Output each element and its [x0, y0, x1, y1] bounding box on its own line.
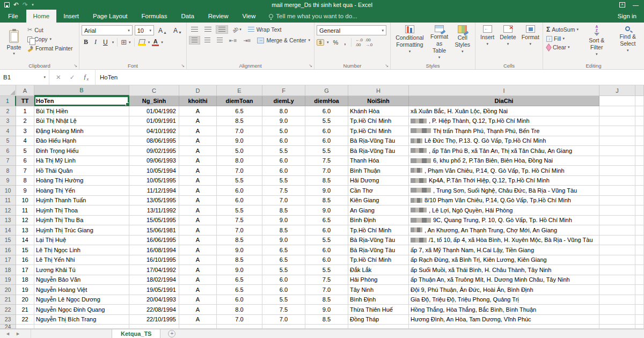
cell[interactable]: , Phạm Văn Chiêu, P.14, Q. Gò Vấp, Tp. H…	[409, 166, 599, 176]
cell[interactable]: Nguyễn Hoàng Việt	[34, 285, 129, 295]
column-header-G[interactable]: G	[305, 85, 348, 96]
cell[interactable]: A	[179, 205, 217, 216]
format-cells-button[interactable]: Format▾	[519, 24, 542, 61]
cell[interactable]: Tp.Hồ Chí Minh	[348, 225, 409, 236]
cell[interactable]	[635, 325, 644, 329]
cell[interactable]: 15	[16, 245, 34, 255]
cell[interactable]: , An Khương, An Thạnh Trung, Chợ Mới, An…	[409, 225, 599, 236]
row-number-1[interactable]: 1	[0, 96, 16, 106]
cell[interactable]: 6.0	[217, 196, 262, 206]
format-painter-button[interactable]: Format Painter	[26, 45, 74, 52]
cell[interactable]: 8.0	[217, 156, 262, 166]
cell[interactable]: 7.5	[305, 156, 348, 166]
cell[interactable]: 8.5	[262, 205, 305, 216]
row-number-17[interactable]: 17	[0, 255, 16, 266]
row-number-5[interactable]: 5	[0, 136, 16, 146]
cell[interactable]: 5.5	[262, 176, 305, 186]
sign-in-button[interactable]: Sign in	[610, 10, 644, 23]
cell[interactable]: 7.5	[262, 305, 305, 315]
column-header-I[interactable]: I	[409, 85, 599, 96]
cell[interactable]: 13/05/1995	[129, 196, 179, 206]
cell[interactable]: 12	[16, 216, 34, 226]
cell[interactable]: Hải Phòng	[348, 275, 409, 285]
decrease-decimal-icon[interactable]: .00→.0	[365, 38, 372, 47]
cell[interactable]: 17/04/1992	[129, 265, 179, 275]
font-size-combo[interactable]: 10▾	[135, 25, 154, 35]
tab-review[interactable]: Review	[201, 10, 236, 23]
cell[interactable]: Hồ Thái Quân	[34, 166, 129, 176]
cell[interactable]: 20/04/1993	[129, 295, 179, 305]
sheet-nav-arrows[interactable]: ◄►	[0, 329, 31, 338]
cell[interactable]: xã Xuân Bắc, H. Xuân Lộc, Đồng Nai	[409, 106, 599, 116]
cell[interactable]: 7.0	[217, 225, 262, 236]
cell[interactable]	[599, 146, 635, 156]
sort-filter-button[interactable]: AZ Sort & Filter▾	[584, 24, 610, 61]
header-cell-TT[interactable]: TT	[16, 96, 34, 106]
cell[interactable]: 8.5	[305, 315, 348, 325]
cell[interactable]: A	[179, 275, 217, 285]
cell[interactable]	[34, 325, 129, 329]
row-number-11[interactable]: 11	[0, 196, 16, 206]
number-format-combo[interactable]: General▾	[317, 25, 386, 35]
cell[interactable]: ấp Suối Muồi, xã Thái Bình, H. Châu Thàn…	[409, 265, 599, 275]
cell[interactable]: Huỳnh Thị Trúc Giang	[34, 225, 129, 236]
cell[interactable]: Tp.Hồ Chí Minh	[348, 126, 409, 136]
cell[interactable]: 9C, Quang Trung, P. 10, Q. Gò Vấp, Tp. H…	[409, 216, 599, 226]
cell[interactable]: A	[179, 245, 217, 255]
cell[interactable]: Tây Ninh	[348, 285, 409, 295]
header-cell-Ng_Sinh[interactable]: Ng_Sinh	[129, 96, 179, 106]
row-number-19[interactable]: 19	[0, 275, 16, 285]
cell[interactable]: 04/10/1992	[129, 126, 179, 136]
cell[interactable]: 9	[16, 186, 34, 196]
cell[interactable]	[348, 325, 409, 329]
row-number-18[interactable]: 18	[0, 265, 16, 275]
cell[interactable]	[262, 325, 305, 329]
delete-cells-button[interactable]: Delete▾	[497, 24, 518, 61]
cell[interactable]: 8.5	[262, 225, 305, 236]
cell[interactable]: Nguyễn Lê Ngọc Dương	[34, 295, 129, 305]
cell[interactable]: A	[179, 196, 217, 206]
cell[interactable]: 1	[16, 106, 34, 116]
cell[interactable]: 3	[16, 126, 34, 136]
cell[interactable]: 10/05/1994	[129, 166, 179, 176]
cell[interactable]: Đồng Tháp	[348, 315, 409, 325]
row-number-partial[interactable]: 24	[0, 325, 16, 329]
cell[interactable]: Thanh Hóa	[348, 156, 409, 166]
cell[interactable]: 6.5	[305, 216, 348, 226]
cell[interactable]: 6.0	[305, 126, 348, 136]
cell[interactable]: 9.0	[262, 216, 305, 226]
cell[interactable]: 10/05/1995	[129, 176, 179, 186]
cell[interactable]: 6.5	[262, 245, 305, 255]
cell[interactable]	[599, 116, 635, 127]
cell[interactable]: Bình Thuận	[348, 166, 409, 176]
cell[interactable]	[599, 265, 635, 275]
cell[interactable]	[599, 236, 635, 246]
cell[interactable]: 18/02/1994	[129, 275, 179, 285]
cell[interactable]: 09/02/1995	[129, 146, 179, 156]
cell[interactable]: A	[179, 166, 217, 176]
align-top-button[interactable]	[189, 26, 200, 33]
row-number-4[interactable]: 4	[0, 126, 16, 136]
cell[interactable]: 5.5	[262, 146, 305, 156]
increase-decimal-icon[interactable]: ←.0.00	[355, 38, 362, 47]
cell[interactable]: 7	[16, 166, 34, 176]
cell[interactable]: 8.0	[217, 305, 262, 315]
cell[interactable]: 2	[16, 116, 34, 127]
cell[interactable]: 9.0	[305, 305, 348, 315]
cell[interactable]: /1, tổ 10, ấp 4, xã Hòa Bình, H. Xuyên M…	[409, 236, 599, 246]
cell[interactable]: 22/08/1994	[129, 305, 179, 315]
cell[interactable]: , Trung Sơn, Suối Nghệ, Châu Đức, Bà Rịa…	[409, 186, 599, 196]
cell[interactable]: 8/10 Phạm Văn Chiêu, P.14, Q.Gò Vấp, Tp.…	[409, 196, 599, 206]
cell[interactable]: Khánh Hòa	[348, 106, 409, 116]
cell[interactable]	[599, 305, 635, 315]
cell[interactable]	[129, 325, 179, 329]
cell[interactable]: ấp 7, xã Mỹ Thạnh Nam, H.Cai Lậy, Tiền G…	[409, 245, 599, 255]
cell[interactable]: Bà Rịa-Vũng Tàu	[348, 146, 409, 156]
increase-indent-button[interactable]: ⇥≡	[241, 36, 253, 45]
header-cell-diemToan[interactable]: diemToan	[217, 96, 262, 106]
cell[interactable]: ấp Rạch Đùng, xã Bình Trị, Kiên Lương, K…	[409, 255, 599, 266]
row-number-13[interactable]: 13	[0, 216, 16, 226]
cell[interactable]: 5.5	[305, 236, 348, 246]
cell[interactable]: Đội 9, Phú Thuận, Ân Đức, Hoài Ân, Bình …	[409, 285, 599, 295]
cell[interactable]: Kiên Giang	[348, 196, 409, 206]
